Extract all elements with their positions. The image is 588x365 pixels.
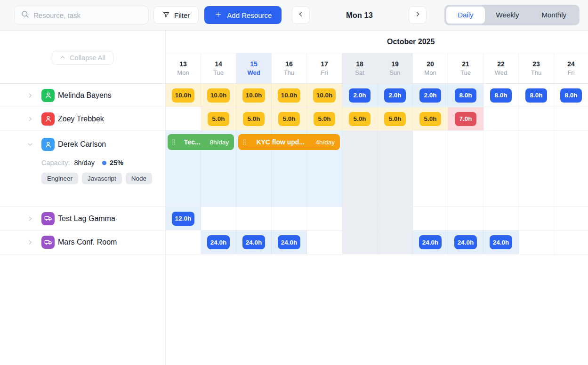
hours-badge[interactable]: 8.0h [490, 88, 512, 103]
hours-badge[interactable]: 10.0h [172, 88, 195, 103]
day-cell-16[interactable]: 5.0h [272, 107, 307, 130]
day-cell-14[interactable] [201, 207, 236, 230]
hours-badge[interactable]: 24.0h [490, 235, 513, 249]
filter-button[interactable]: Filter [153, 6, 199, 24]
day-cell-21[interactable]: 7.0h [448, 107, 483, 130]
day-header-19[interactable]: 19Sun [378, 53, 413, 83]
day-cell-19[interactable] [378, 207, 413, 230]
day-cell-20[interactable]: 5.0h [413, 107, 448, 130]
day-header-14[interactable]: 14Tue [201, 53, 236, 83]
hours-badge[interactable]: 24.0h [207, 235, 230, 249]
day-cell-23[interactable] [519, 131, 554, 206]
hours-badge[interactable]: 5.0h [243, 112, 265, 126]
hours-badge[interactable]: 10.0h [242, 88, 266, 103]
hours-badge[interactable]: 5.0h [208, 112, 229, 126]
day-cell-18[interactable] [342, 207, 378, 230]
task-bar[interactable]: KYC flow upd...4h/day [238, 134, 340, 150]
day-cell-22[interactable]: 24.0h [483, 230, 519, 254]
hours-badge[interactable]: 5.0h [314, 112, 335, 126]
hours-badge[interactable]: 24.0h [454, 235, 477, 249]
hours-badge[interactable]: 7.0h [455, 112, 476, 126]
drag-handle-icon[interactable] [242, 139, 246, 145]
day-cell-15[interactable]: 10.0h [236, 84, 272, 107]
day-cell-24[interactable] [554, 207, 588, 230]
day-cell-16[interactable]: 24.0h [272, 230, 307, 254]
day-cell-21[interactable] [448, 131, 483, 206]
day-cell-18[interactable] [342, 131, 378, 206]
day-cell-13[interactable] [166, 107, 201, 130]
day-cell-23[interactable]: 8.0h [519, 84, 554, 107]
hours-badge[interactable]: 8.0h [525, 88, 547, 103]
day-header-17[interactable]: 17Fri [307, 53, 342, 83]
day-cell-13[interactable]: 10.0h [166, 84, 201, 107]
day-cell-16[interactable]: 10.0h [272, 84, 307, 107]
day-cell-19[interactable] [378, 230, 413, 254]
day-cell-15[interactable]: 24.0h [236, 230, 272, 254]
hours-badge[interactable]: 5.0h [419, 112, 441, 126]
day-cell-24[interactable]: 8.0h [554, 84, 588, 107]
day-header-16[interactable]: 16Thu [272, 53, 307, 83]
hours-badge[interactable]: 10.0h [207, 88, 230, 103]
day-header-18[interactable]: 18Sat [342, 53, 378, 83]
add-resource-button[interactable]: Add Resource [204, 6, 282, 24]
day-cell-15[interactable]: 5.0h [236, 107, 272, 130]
day-cell-19[interactable] [378, 131, 413, 206]
day-cell-22[interactable] [483, 131, 519, 206]
day-cell-13[interactable] [166, 230, 201, 254]
day-cell-17[interactable]: 10.0h [307, 84, 342, 107]
hours-badge[interactable]: 8.0h [455, 88, 476, 103]
day-cell-18[interactable]: 5.0h [342, 107, 378, 130]
day-cell-21[interactable]: 8.0h [448, 84, 483, 107]
hours-badge[interactable]: 5.0h [278, 112, 300, 126]
hours-badge[interactable]: 2.0h [419, 88, 441, 103]
collapse-all-button[interactable]: Collapse All [52, 51, 113, 65]
view-tab-weekly[interactable]: Weekly [485, 7, 531, 24]
day-cell-14[interactable]: 5.0h [201, 107, 236, 130]
hours-badge[interactable]: 12.0h [172, 212, 195, 226]
day-cell-23[interactable] [519, 230, 554, 254]
day-cell-20[interactable]: 2.0h [413, 84, 448, 107]
day-header-22[interactable]: 22Wed [483, 53, 519, 83]
chevron-right-icon[interactable] [27, 116, 34, 122]
day-cell-18[interactable] [342, 230, 378, 254]
next-period-button[interactable] [409, 6, 427, 24]
day-cell-15[interactable] [236, 207, 272, 230]
task-bar[interactable]: Tec...8h/day [168, 134, 234, 150]
day-cell-17[interactable] [307, 207, 342, 230]
day-cell-22[interactable] [483, 107, 519, 130]
day-cell-13[interactable]: 12.0h [166, 207, 201, 230]
view-tab-monthly[interactable]: Monthly [530, 7, 578, 24]
search-input[interactable] [33, 11, 142, 19]
day-cell-18[interactable]: 2.0h [342, 84, 378, 107]
day-cell-22[interactable]: 8.0h [483, 84, 519, 107]
chevron-right-icon[interactable] [27, 92, 34, 99]
day-cell-19[interactable]: 2.0h [378, 84, 413, 107]
chevron-down-icon[interactable] [27, 141, 34, 148]
chevron-right-icon[interactable] [27, 239, 34, 246]
day-header-20[interactable]: 20Mon [413, 53, 448, 83]
day-header-23[interactable]: 23Thu [519, 53, 554, 83]
day-header-21[interactable]: 21Tue [448, 53, 483, 83]
day-cell-23[interactable] [519, 207, 554, 230]
day-cell-16[interactable] [272, 207, 307, 230]
hours-badge[interactable]: 10.0h [278, 88, 301, 103]
day-cell-24[interactable] [554, 230, 588, 254]
view-tab-daily[interactable]: Daily [446, 7, 484, 24]
hours-badge[interactable]: 24.0h [419, 235, 442, 249]
hours-badge[interactable]: 2.0h [349, 88, 371, 103]
day-cell-17[interactable] [307, 230, 342, 254]
day-cell-20[interactable] [413, 207, 448, 230]
day-header-13[interactable]: 13Mon [166, 53, 201, 83]
drag-handle-icon[interactable] [172, 139, 176, 145]
day-header-15[interactable]: 15Wed [236, 53, 272, 83]
day-cell-20[interactable] [413, 131, 448, 206]
day-cell-24[interactable] [554, 107, 588, 130]
hours-badge[interactable]: 5.0h [349, 112, 371, 126]
day-cell-22[interactable] [483, 207, 519, 230]
chevron-right-icon[interactable] [27, 215, 34, 222]
day-cell-20[interactable]: 24.0h [413, 230, 448, 254]
day-cell-14[interactable]: 10.0h [201, 84, 236, 107]
day-cell-14[interactable]: 24.0h [201, 230, 236, 254]
day-cell-24[interactable] [554, 131, 588, 206]
hours-badge[interactable]: 5.0h [384, 112, 406, 126]
